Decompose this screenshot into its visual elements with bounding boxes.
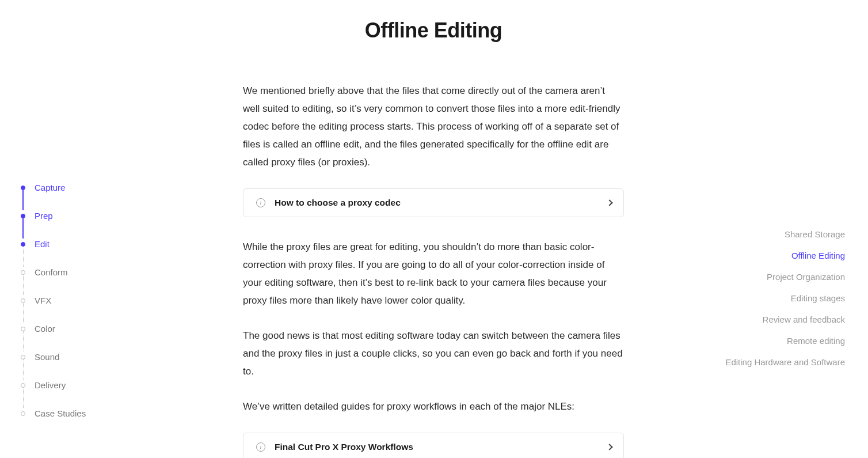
left-nav-item[interactable]: Prep (21, 210, 136, 239)
step-connector (23, 247, 24, 267)
left-nav-label: Delivery (35, 380, 66, 391)
step-dot-icon (21, 383, 25, 388)
step-dot-icon (21, 411, 25, 416)
step-connector (23, 359, 24, 380)
right-nav-item[interactable]: Editing Hardware and Software (713, 351, 845, 373)
left-nav-label: Prep (35, 210, 53, 222)
body-paragraph: We’ve written detailed guides for proxy … (243, 398, 624, 415)
right-nav-item[interactable]: Editing stages (713, 287, 845, 309)
step-dot-icon (21, 355, 25, 359)
right-nav-item[interactable]: Shared Storage (713, 224, 845, 245)
card-label: Final Cut Pro X Proxy Workflows (275, 442, 607, 452)
body-paragraph: While the proxy files are great for edit… (243, 238, 624, 309)
step-connector (23, 303, 24, 323)
right-nav-item[interactable]: Project Organization (713, 266, 845, 287)
right-nav-item[interactable]: Offline Editing (713, 245, 845, 266)
page-title: Offline Editing (243, 18, 624, 43)
left-nav-item[interactable]: Sound (21, 351, 136, 380)
card-label: How to choose a proxy codec (275, 198, 607, 208)
left-nav-item[interactable]: Delivery (21, 380, 136, 408)
left-nav-item[interactable]: VFX (21, 295, 136, 323)
info-icon: i (256, 442, 265, 452)
step-dot-icon (21, 298, 25, 303)
left-nav-label: Color (35, 323, 55, 335)
body-paragraph: The good news is that most editing softw… (243, 327, 624, 380)
left-nav-item[interactable]: Conform (21, 267, 136, 295)
step-dot-icon (21, 214, 25, 218)
step-dot-icon (21, 186, 25, 190)
right-section-nav: Shared StorageOffline EditingProject Org… (713, 224, 845, 373)
chevron-right-icon (606, 199, 612, 206)
left-nav-item[interactable]: Case Studies (21, 408, 136, 436)
step-connector (23, 388, 24, 408)
step-connector (22, 218, 24, 239)
card-proxy-codec[interactable]: i How to choose a proxy codec (243, 188, 624, 217)
left-stepper-nav: CapturePrepEditConformVFXColorSoundDeliv… (21, 182, 136, 436)
left-nav-item[interactable]: Edit (21, 239, 136, 267)
step-connector (23, 275, 24, 295)
step-dot-icon (21, 327, 25, 331)
step-dot-icon (21, 270, 25, 275)
right-nav-item[interactable]: Remote editing (713, 330, 845, 351)
left-nav-item[interactable]: Capture (21, 182, 136, 210)
step-dot-icon (21, 242, 25, 247)
info-icon: i (256, 198, 265, 207)
step-connector (23, 331, 24, 351)
left-nav-label: Sound (35, 351, 59, 363)
left-nav-label: Case Studies (35, 408, 86, 419)
right-nav-item[interactable]: Review and feedback (713, 309, 845, 330)
left-nav-label: Capture (35, 182, 65, 194)
left-nav-item[interactable]: Color (21, 323, 136, 351)
main-content: Offline Editing We mentioned briefly abo… (243, 18, 624, 458)
left-nav-label: Conform (35, 267, 68, 278)
card-fcpx-proxy[interactable]: i Final Cut Pro X Proxy Workflows (243, 433, 624, 458)
chevron-right-icon (606, 444, 612, 450)
step-connector (22, 190, 24, 210)
body-paragraph: We mentioned briefly above that the file… (243, 82, 624, 171)
left-nav-label: Edit (35, 239, 50, 250)
left-nav-label: VFX (35, 295, 51, 306)
